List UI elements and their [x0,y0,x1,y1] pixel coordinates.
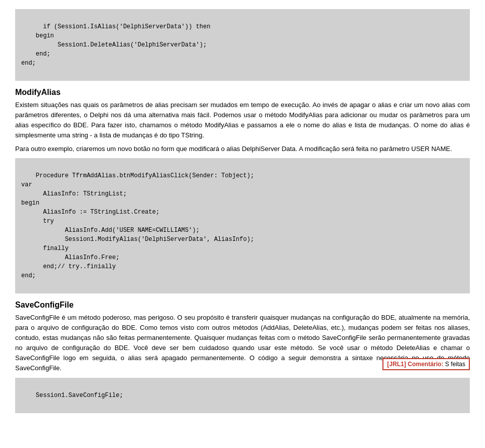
modify-alias-paragraph2: Para outro exemplo, criaremos um novo bo… [15,144,470,154]
code-block-1: if (Session1.IsAlias('DelphiServerData')… [15,9,470,81]
code-text-3: Session1.SaveConfigFile; [36,392,123,399]
code-block-3: Session1.SaveConfigFile; [15,378,470,413]
code-text-1: if (Session1.IsAlias('DelphiServerData')… [21,23,210,67]
saveconfigfile-text-wrapper: SaveConfigFile é um método poderoso, mas… [15,313,470,374]
section-heading-modifyalias: ModifyAlias [15,88,470,97]
section-heading-saveconfigfile: SaveConfigFile [15,301,470,310]
modify-alias-paragraph1: Existem situações nas quais os parâmetro… [15,100,470,141]
code-text-2: Procedure TfrmAddAlias.btnModifyAliasCli… [21,172,254,279]
comment-bubble: [JRL1] Comentário: S feitas [382,358,470,370]
code-block-2: Procedure TfrmAddAlias.btnModifyAliasCli… [15,158,470,293]
